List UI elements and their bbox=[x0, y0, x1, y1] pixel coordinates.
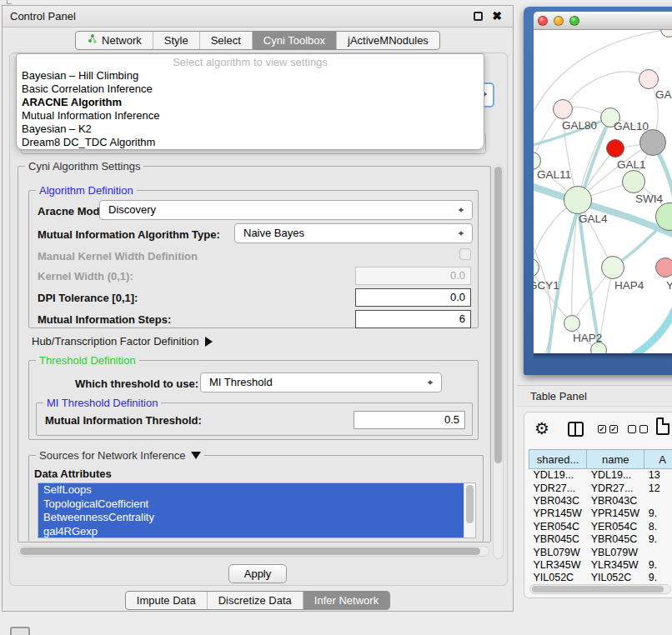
attribute-list-item[interactable]: SelfLoops bbox=[38, 483, 464, 498]
table-cell: YIL052C bbox=[529, 572, 587, 584]
attribute-list-item[interactable]: BetweennessCentrality bbox=[38, 511, 464, 525]
table-row[interactable]: YBR043CYBR043C bbox=[529, 494, 672, 507]
mac-zoom-button[interactable] bbox=[569, 16, 579, 26]
apply-button[interactable]: Apply bbox=[228, 564, 287, 583]
columns-icon[interactable] bbox=[568, 422, 584, 437]
table-cell: YBR043C bbox=[587, 494, 644, 507]
mi-threshold-label: Mutual Information Threshold: bbox=[45, 414, 202, 427]
network-view-window[interactable]: GALGAL80GAL10GAL11GAL1SWI4GAL4GCY1HAP4YH… bbox=[524, 7, 672, 375]
table-column-header[interactable]: name bbox=[587, 450, 644, 469]
file-icon[interactable] bbox=[656, 418, 669, 435]
dropdown-item[interactable]: Mutual Information Inference bbox=[17, 109, 484, 122]
table-cell: YDR27... bbox=[529, 482, 587, 494]
table-cell: YER054C bbox=[587, 520, 644, 532]
node-label: GAL1 bbox=[617, 158, 646, 171]
table-cell: YPR145W bbox=[587, 508, 644, 520]
dropdown-item[interactable]: Basic Correlation Inference bbox=[17, 82, 484, 96]
table-column-header[interactable]: A bbox=[644, 450, 672, 469]
checked-checkbox-icon[interactable]: ✓ bbox=[609, 425, 618, 433]
node-label: GAL11 bbox=[537, 168, 571, 181]
bottom-tab-impute-data[interactable]: Impute Data bbox=[126, 592, 207, 609]
table-row[interactable]: YIL052CYIL052C9. bbox=[529, 572, 672, 584]
table-row[interactable]: YBL079WYBL079W bbox=[529, 546, 672, 558]
table-cell: YBL079W bbox=[529, 546, 587, 558]
manual-kernel-checkbox[interactable] bbox=[459, 248, 471, 260]
table-row[interactable]: YBR045CYBR045C9. bbox=[529, 532, 672, 545]
cyni-bottom-tabbar: Impute DataDiscretize DataInfer Network bbox=[125, 591, 390, 610]
table-cell: 9. bbox=[644, 532, 672, 545]
bottom-tab-discretize-data[interactable]: Discretize Data bbox=[207, 592, 303, 609]
gear-icon[interactable]: ⚙ bbox=[534, 418, 549, 438]
dropdown-prompt: Select algorithm to view settings bbox=[17, 56, 484, 69]
network-icon bbox=[87, 32, 102, 50]
mi-threshold-input[interactable]: 0.5 bbox=[354, 411, 465, 429]
data-attributes-list: SelfLoopsTopologicalCoefficientBetweenne… bbox=[38, 482, 476, 538]
network-node[interactable] bbox=[606, 139, 624, 158]
bottom-tab-infer-network[interactable]: Infer Network bbox=[303, 592, 389, 609]
table-column-header[interactable]: shared... bbox=[529, 450, 587, 469]
node-label: SWI4 bbox=[635, 192, 663, 205]
table-row[interactable]: YPR145WYPR145W9. bbox=[529, 508, 672, 520]
which-threshold-combo[interactable]: MI Threshold bbox=[200, 372, 442, 392]
network-node[interactable] bbox=[639, 69, 659, 89]
network-node[interactable] bbox=[601, 256, 624, 279]
attribute-list-item[interactable]: TopologicalCoefficient bbox=[38, 498, 464, 512]
aracne-mode-combo[interactable]: Discovery bbox=[99, 200, 473, 220]
network-node[interactable] bbox=[639, 129, 666, 156]
dpi-tolerance-input[interactable]: 0.0 bbox=[355, 288, 471, 307]
mac-minimize-button[interactable] bbox=[554, 16, 564, 26]
mac-close-button[interactable] bbox=[538, 16, 548, 26]
sources-group: Sources for Network Inference Data Attri… bbox=[28, 455, 484, 542]
mi-steps-input[interactable]: 6 bbox=[355, 310, 471, 328]
tab-cyni-toolbox[interactable]: Cyni Toolbox bbox=[252, 32, 336, 49]
node-label: GAL4 bbox=[579, 212, 608, 225]
mi-type-combo[interactable]: Naive Bayes bbox=[234, 223, 473, 243]
node-label: Y bbox=[666, 279, 672, 292]
tab-select[interactable]: Select bbox=[199, 32, 252, 49]
network-window-titlebar[interactable] bbox=[534, 12, 672, 30]
checked-checkbox-icon[interactable]: ✓ bbox=[598, 425, 606, 433]
network-node[interactable] bbox=[553, 99, 573, 119]
table-row[interactable]: YDR27...YDR27...12 bbox=[529, 482, 672, 494]
float-window-icon[interactable] bbox=[474, 12, 483, 21]
table-horizontal-scrollbar[interactable] bbox=[529, 584, 671, 594]
settings-vertical-scrollbar[interactable] bbox=[493, 164, 504, 559]
node-label: HAP2 bbox=[573, 332, 602, 344]
table-row[interactable]: YLR345WYLR345W9. bbox=[529, 558, 672, 571]
kernel-width-input[interactable]: 0.0 bbox=[355, 267, 471, 285]
tab-network[interactable]: Network bbox=[76, 32, 153, 49]
dropdown-item[interactable]: Bayesian – Hill Climbing bbox=[17, 69, 484, 82]
node-label: GAL bbox=[655, 88, 672, 101]
network-canvas[interactable]: GALGAL80GAL10GAL11GAL1SWI4GAL4GCY1HAP4YH… bbox=[534, 30, 672, 353]
algorithm-dropdown-list: Select algorithm to view settings Bayesi… bbox=[16, 53, 484, 150]
table-cell bbox=[644, 494, 672, 507]
network-node[interactable] bbox=[622, 170, 645, 193]
dropdown-item[interactable]: Bayesian – K2 bbox=[17, 122, 484, 136]
list-scrollbar[interactable] bbox=[464, 483, 475, 538]
settings-horizontal-scrollbar[interactable] bbox=[18, 546, 489, 557]
threshold-definition-group: Threshold Definition Which threshold to … bbox=[28, 360, 479, 440]
dropdown-item[interactable]: ARACNE Algorithm bbox=[17, 96, 484, 109]
dropdown-item[interactable]: Dream8 DC_TDC Algorithm bbox=[17, 136, 484, 149]
table-cell bbox=[644, 546, 672, 558]
table-row[interactable]: YER054CYER054C8. bbox=[529, 520, 672, 532]
close-icon[interactable]: ✖ bbox=[492, 9, 502, 22]
tab-jactivemnodules[interactable]: jActiveMNodules bbox=[336, 32, 439, 49]
expand-right-icon bbox=[205, 337, 218, 347]
partial-bottom-toolbar-icon bbox=[10, 627, 30, 635]
node-label: HAP4 bbox=[614, 279, 644, 292]
settings-scroll-area: Cyni Algorithm Settings Algorithm Defini… bbox=[13, 158, 506, 566]
algorithm-definition-group: Algorithm Definition Aracne Mode: Discov… bbox=[28, 190, 479, 328]
network-node[interactable] bbox=[564, 186, 592, 214]
network-node[interactable] bbox=[564, 315, 580, 332]
unchecked-checkbox-icon[interactable] bbox=[628, 425, 636, 433]
control-panel-tabbar: NetworkStyleSelectCyni ToolboxjActiveMNo… bbox=[75, 31, 440, 50]
network-node[interactable] bbox=[655, 258, 672, 278]
table-row[interactable]: YDL19...YDL19...13 bbox=[529, 469, 672, 482]
tab-style[interactable]: Style bbox=[153, 32, 199, 49]
unchecked-checkbox-icon[interactable] bbox=[639, 425, 648, 433]
table-cell: 13 bbox=[644, 469, 672, 482]
attribute-list-item[interactable]: gal4RGexp bbox=[38, 525, 464, 539]
hub-factor-expander[interactable]: Hub/Transcription Factor Definition bbox=[32, 335, 218, 348]
combo-spinner-icon bbox=[458, 228, 464, 239]
